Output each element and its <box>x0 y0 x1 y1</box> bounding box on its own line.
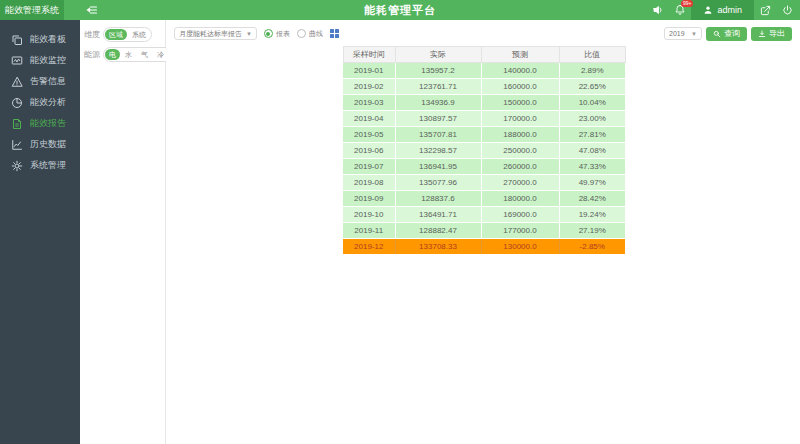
menu-toggle-icon[interactable] <box>86 4 98 16</box>
grid-layout-icon[interactable] <box>330 29 339 38</box>
table-cell: 140000.0 <box>481 63 559 79</box>
table-cell: 180000.0 <box>481 191 559 207</box>
table-body: 2019-01135957.2140000.02.89%2019-0212376… <box>343 63 625 255</box>
table-cell: 2019-11 <box>343 223 395 239</box>
sidebar-item-history[interactable]: 历史数据 <box>0 134 80 155</box>
table-cell: 136491.71 <box>395 207 481 223</box>
table-cell: 27.81% <box>559 127 625 143</box>
dimension-pill[interactable]: 区域 <box>105 29 127 40</box>
sidebar-item-label: 能效报告 <box>30 117 66 130</box>
app-logo: 能效管理系统 <box>0 0 64 20</box>
table-cell: 160000.0 <box>481 79 559 95</box>
sidebar-nav: 能效看板能效监控告警信息能效分析能效报告历史数据系统管理 <box>0 20 80 444</box>
topbar-actions: 99+ admin <box>647 0 800 20</box>
dimension-pill[interactable]: 系统 <box>128 29 150 40</box>
chevron-down-icon: ▼ <box>691 31 697 37</box>
table-row: 2019-06132298.57250000.047.08% <box>343 143 625 159</box>
energy-filter-label: 能源 <box>84 49 100 60</box>
table-cell: 130000.0 <box>481 239 559 255</box>
external-link-icon[interactable] <box>754 0 776 20</box>
toolbar-right: 2019 ▼ 查询 导出 <box>664 27 794 41</box>
dimension-filter-label: 维度 <box>84 29 100 40</box>
table-cell: 23.00% <box>559 111 625 127</box>
table-cell: 170000.0 <box>481 111 559 127</box>
kanban-icon <box>11 34 23 46</box>
table-row: 2019-05135707.81188000.027.81% <box>343 127 625 143</box>
table-row: 2019-04130897.57170000.023.00% <box>343 111 625 127</box>
radio-checked-icon <box>264 29 273 38</box>
table-cell: 135707.81 <box>395 127 481 143</box>
table-cell: 10.04% <box>559 95 625 111</box>
table-cell: 123761.71 <box>395 79 481 95</box>
energy-pill[interactable]: 气 <box>137 49 152 60</box>
table-cell: 2019-08 <box>343 175 395 191</box>
table-cell: 132298.57 <box>395 143 481 159</box>
energy-pill[interactable]: 电 <box>105 49 120 60</box>
table-cell: 27.19% <box>559 223 625 239</box>
view-radio-curve[interactable]: 曲线 <box>297 29 323 39</box>
main-content: 月度能耗达标率报告 ▼ 报表 曲线 2019 ▼ <box>166 20 800 444</box>
table-cell: 2019-02 <box>343 79 395 95</box>
monitor-icon <box>11 55 23 67</box>
export-button[interactable]: 导出 <box>751 27 792 41</box>
report-toolbar: 月度能耗达标率报告 ▼ 报表 曲线 2019 ▼ <box>174 26 794 41</box>
history-icon <box>11 139 23 151</box>
alarm-icon <box>11 76 23 88</box>
export-button-label: 导出 <box>769 28 785 39</box>
view-radio-table-label: 报表 <box>276 29 290 39</box>
bell-icon[interactable]: 99+ <box>669 0 691 20</box>
energy-filter-row: 能源 电水气冷热 <box>84 47 162 62</box>
table-cell: 2019-12 <box>343 239 395 255</box>
report-table: 采样时间实际预测比值 2019-01135957.2140000.02.89%2… <box>343 46 626 255</box>
sidebar-item-system[interactable]: 系统管理 <box>0 155 80 176</box>
sidebar-item-kanban[interactable]: 能效看板 <box>0 29 80 50</box>
table-cell: 150000.0 <box>481 95 559 111</box>
table-cell: 49.97% <box>559 175 625 191</box>
sidebar-item-alarm[interactable]: 告警信息 <box>0 71 80 92</box>
year-select[interactable]: 2019 ▼ <box>664 27 702 40</box>
table-row: 2019-02123761.71160000.022.65% <box>343 79 625 95</box>
column-header: 比值 <box>559 47 625 63</box>
table-cell: 177000.0 <box>481 223 559 239</box>
report-type-select[interactable]: 月度能耗达标率报告 ▼ <box>174 27 257 40</box>
username: admin <box>717 5 742 15</box>
page-title: 能耗管理平台 <box>364 0 436 20</box>
table-row: 2019-03134936.9150000.010.04% <box>343 95 625 111</box>
user-icon <box>703 5 713 15</box>
table-header-row: 采样时间实际预测比值 <box>343 47 625 63</box>
table-row: 2019-08135077.96270000.049.97% <box>343 175 625 191</box>
table-cell: 2019-01 <box>343 63 395 79</box>
sidebar-item-analysis[interactable]: 能效分析 <box>0 92 80 113</box>
sidebar-item-report[interactable]: 能效报告 <box>0 113 80 134</box>
view-radio-table[interactable]: 报表 <box>264 29 290 39</box>
table-cell: 133708.33 <box>395 239 481 255</box>
column-header: 预测 <box>481 47 559 63</box>
sidebar-item-monitor[interactable]: 能效监控 <box>0 50 80 71</box>
table-cell: -2.85% <box>559 239 625 255</box>
speaker-icon[interactable] <box>647 0 669 20</box>
dimension-filter-row: 维度 区域系统 <box>84 27 162 42</box>
table-cell: 169000.0 <box>481 207 559 223</box>
table-cell: 136941.95 <box>395 159 481 175</box>
table-cell: 250000.0 <box>481 143 559 159</box>
energy-pill[interactable]: 水 <box>121 49 136 60</box>
power-icon[interactable] <box>776 0 798 20</box>
app-window: 能效管理系统 能耗管理平台 99+ <box>0 0 800 444</box>
table-cell: 2019-03 <box>343 95 395 111</box>
query-button-label: 查询 <box>724 28 740 39</box>
table-cell: 2.89% <box>559 63 625 79</box>
table-row: 2019-10136491.71169000.019.24% <box>343 207 625 223</box>
gear-icon <box>11 160 23 172</box>
table-cell: 130897.57 <box>395 111 481 127</box>
query-button[interactable]: 查询 <box>706 27 747 41</box>
year-select-value: 2019 <box>669 30 685 37</box>
radio-unchecked-icon <box>297 29 306 38</box>
sidebar-item-label: 系统管理 <box>30 159 66 172</box>
notification-badge: 99+ <box>681 0 693 7</box>
table-row: 2019-12133708.33130000.0-2.85% <box>343 239 625 255</box>
table-cell: 22.65% <box>559 79 625 95</box>
user-menu[interactable]: admin <box>691 0 754 20</box>
table-cell: 2019-10 <box>343 207 395 223</box>
column-header: 实际 <box>395 47 481 63</box>
sidebar-item-label: 告警信息 <box>30 75 66 88</box>
